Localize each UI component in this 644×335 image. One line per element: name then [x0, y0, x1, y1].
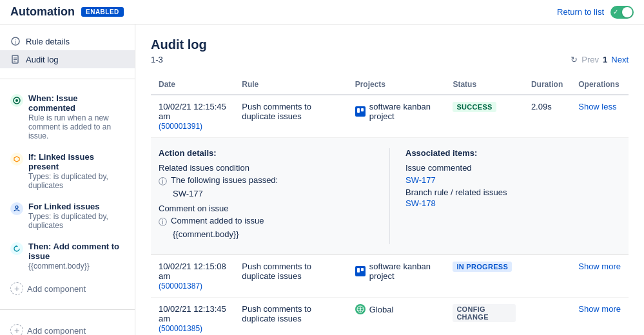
return-to-list-link[interactable]: Return to list [557, 7, 604, 17]
row2-date-value: 10/02/21 12:15:08 am [159, 262, 226, 281]
row1-project-cell: software kanban project [355, 102, 438, 121]
following-issues-item: ⓘ The following issues passed: [159, 175, 374, 187]
sidebar-item-rule-details-label: Rule details [26, 37, 70, 46]
for-component[interactable]: For Linked issues Types: is duplicated b… [8, 198, 127, 234]
comment-added-text: Comment added to issue [171, 216, 264, 225]
pagination-row: 1-3 ↻ Prev 1 Next [151, 55, 629, 64]
sw177-indent: SW-177 [159, 189, 374, 198]
row3-project: Global [347, 298, 445, 336]
global-project-icon [355, 304, 366, 314]
row2-run-id[interactable]: (500001387) [159, 282, 202, 291]
row3-show-more-link[interactable]: Show more [578, 304, 621, 314]
add-component-outer-label: Add component [27, 326, 86, 336]
header-row: Date Rule Projects Status Duration Opera… [151, 75, 629, 95]
row1-run-id[interactable]: (500001391) [159, 122, 202, 131]
row1-project: software kanban project [347, 95, 445, 138]
row2-project: software kanban project [347, 255, 445, 298]
sidebar-divider-2 [0, 309, 135, 310]
comment-body-indent: {{comment.body}} [159, 229, 374, 239]
automation-toggle[interactable]: ✓ [610, 6, 634, 19]
info-circle-icon: i [10, 36, 21, 46]
row2-project-name: software kanban project [369, 262, 438, 281]
expanded-detail-row: Action details: Related issues condition… [151, 138, 629, 255]
row1-status-badge: SUCCESS [453, 102, 496, 112]
add-component-inner-button[interactable]: + Add component [8, 278, 127, 299]
pagination-controls: ↻ Prev 1 Next [571, 55, 629, 64]
prev-page-button[interactable]: Prev [581, 55, 599, 64]
kanban-project-icon-2 [355, 266, 366, 276]
related-issues-section: Related issues condition ⓘ The following… [159, 163, 374, 198]
next-page-button[interactable]: Next [611, 55, 629, 64]
col-projects: Projects [347, 75, 445, 95]
col-date: Date [151, 75, 234, 95]
svg-rect-10 [357, 108, 360, 113]
related-issues-title: Related issues condition [159, 163, 374, 173]
sw177-link[interactable]: SW-177 [405, 175, 621, 185]
page-title: Audit log [151, 37, 629, 52]
row1-date-value: 10/02/21 12:15:45 am [159, 102, 226, 121]
add-inner-icon: + [10, 282, 23, 295]
topbar-left: Automation ENABLED [10, 5, 124, 19]
row3-run-id[interactable]: (500001385) [159, 324, 202, 333]
toggle-check-icon: ✓ [613, 6, 618, 19]
comment-on-issue-title: Comment on issue [159, 204, 374, 213]
then-component-icon [10, 242, 23, 255]
row2-show-more-link[interactable]: Show more [578, 262, 621, 271]
row3-rule: Push comments to duplicate issues [234, 298, 347, 336]
expanded-content: Action details: Related issues condition… [151, 138, 629, 254]
when-title: When: Issue commented [28, 93, 124, 113]
svg-point-7 [15, 99, 18, 102]
col-duration: Duration [523, 75, 571, 95]
row3-status: CONFIG CHANGE [445, 298, 523, 336]
row2-rule: Push comments to duplicate issues [234, 255, 347, 298]
info-icon-2: ⓘ [159, 216, 167, 228]
then-title: Then: Add comment to issue [28, 242, 124, 261]
sidebar-item-audit-log-label: Audit log [26, 55, 59, 64]
sidebar: i Rule details Audit log [0, 24, 135, 335]
comment-on-issue-section: Comment on issue ⓘ Comment added to issu… [159, 204, 374, 239]
table-row: 10/02/21 12:13:45 am (500001385) Push co… [151, 298, 629, 336]
action-details: Action details: Related issues condition… [159, 148, 374, 244]
issue-commented-label: Issue commented [405, 163, 621, 173]
row1-project-name: software kanban project [369, 102, 438, 121]
row3-date-value: 10/02/21 12:13:45 am [159, 304, 226, 323]
for-component-content: For Linked issues Types: is duplicated b… [28, 202, 124, 230]
when-component-icon [10, 94, 23, 107]
row1-duration: 2.09s [523, 95, 571, 138]
sidebar-item-audit-log[interactable]: Audit log [0, 50, 135, 68]
svg-rect-12 [357, 268, 360, 273]
row3-status-badge: CONFIG CHANGE [453, 304, 516, 322]
refresh-icon[interactable]: ↻ [571, 55, 578, 64]
row1-status: SUCCESS [445, 95, 523, 138]
sw178-link[interactable]: SW-178 [405, 198, 621, 208]
sidebar-nav: i Rule details Audit log [0, 32, 135, 68]
then-component[interactable]: Then: Add comment to issue {{comment.bod… [8, 238, 127, 274]
row2-duration [523, 255, 571, 298]
if-component[interactable]: If: Linked issues present Types: is dupl… [8, 148, 127, 194]
for-subtitle: Types: is duplicated by, duplicates [28, 212, 124, 230]
sidebar-item-rule-details[interactable]: i Rule details [0, 32, 135, 50]
enabled-badge: ENABLED [81, 7, 124, 17]
topbar-right: Return to list ✓ [557, 6, 634, 19]
row1-show-less-link[interactable]: Show less [578, 102, 616, 111]
row2-status: IN PROGRESS [445, 255, 523, 298]
row1-rule: Push comments to duplicate issues [234, 95, 347, 138]
if-component-icon [10, 153, 23, 166]
when-component[interactable]: When: Issue commented Rule is run when a… [8, 90, 127, 144]
svg-rect-13 [361, 268, 364, 271]
row3-project-name: Global [369, 305, 394, 314]
following-issues-text: The following issues passed: [171, 175, 278, 185]
toggle-knob [622, 7, 632, 17]
svg-rect-11 [361, 108, 364, 111]
add-component-outer-button[interactable]: + Add component [8, 320, 127, 335]
when-subtitle: Rule is run when a new comment is added … [28, 113, 124, 140]
row1-date: 10/02/21 12:15:45 am (500001391) [151, 95, 234, 138]
col-operations: Operations [571, 75, 629, 95]
kanban-project-icon [355, 106, 366, 117]
expanded-detail-cell: Action details: Related issues condition… [151, 138, 629, 255]
row2-date: 10/02/21 12:15:08 am (500001387) [151, 255, 234, 298]
row2-status-badge: IN PROGRESS [453, 262, 512, 272]
action-details-title: Action details: [159, 148, 374, 158]
then-component-content: Then: Add comment to issue {{comment.bod… [28, 242, 124, 271]
add-outer-icon: + [10, 324, 23, 335]
